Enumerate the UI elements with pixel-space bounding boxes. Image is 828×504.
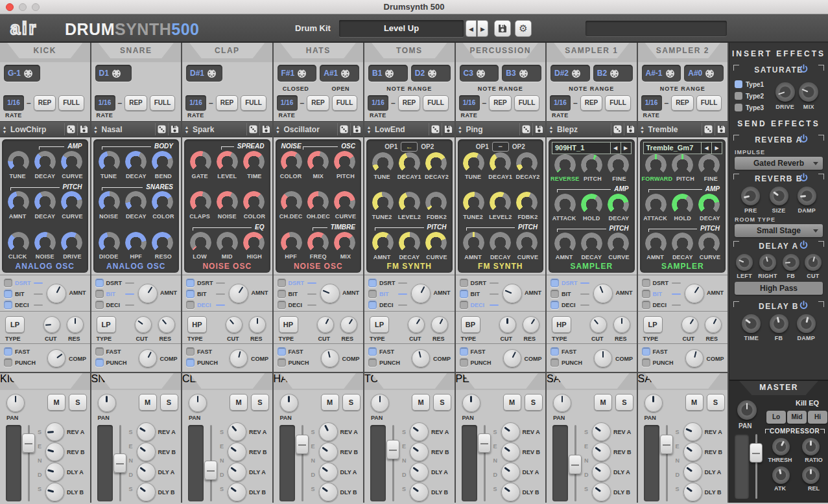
master-volume-fader[interactable]: [750, 443, 763, 463]
sample-next-button[interactable]: ▶: [711, 143, 722, 154]
amnt-knob[interactable]: [463, 232, 484, 253]
repeat-button[interactable]: REP: [489, 95, 512, 111]
type3-radio[interactable]: [735, 104, 742, 111]
op-route-button[interactable]: ←: [401, 142, 418, 152]
volume-fader[interactable]: [478, 433, 491, 453]
bit-checkbox[interactable]: [368, 290, 377, 298]
randomize-preset-button[interactable]: [611, 123, 624, 135]
resonance-knob[interactable]: [340, 316, 357, 333]
bit-checkbox[interactable]: [278, 290, 286, 298]
pre-knob[interactable]: [741, 187, 760, 205]
dsrt-checkbox[interactable]: [95, 279, 104, 287]
amnt-knob[interactable]: [8, 191, 29, 212]
amnt-knob[interactable]: [554, 233, 576, 254]
hpf-knob[interactable]: [281, 232, 302, 253]
chdec-knob[interactable]: [281, 191, 302, 212]
volume-fader[interactable]: [569, 455, 582, 474]
resonance-knob[interactable]: [523, 316, 539, 333]
note-assign-button[interactable]: A#0: [684, 65, 724, 82]
crush-amount-knob[interactable]: [47, 284, 66, 303]
spinner-down-icon[interactable]: ▼: [458, 130, 462, 134]
deci-checkbox[interactable]: [278, 301, 286, 309]
dly-b-send-knob[interactable]: [501, 483, 520, 501]
punch-checkbox[interactable]: [95, 358, 104, 367]
rate-value-display[interactable]: 1/16: [95, 95, 115, 111]
fast-checkbox[interactable]: [4, 347, 12, 356]
punch-checkbox[interactable]: [186, 358, 195, 367]
dly-a-send-knob[interactable]: [228, 463, 246, 481]
dly-a-send-knob[interactable]: [501, 463, 520, 481]
mute-button[interactable]: M: [321, 394, 339, 411]
rev-a-send-knob[interactable]: [410, 422, 429, 441]
level-knob[interactable]: [217, 151, 238, 172]
spinner-down-icon[interactable]: ▼: [3, 130, 7, 134]
resonance-knob[interactable]: [67, 316, 84, 333]
dly-b-send-knob[interactable]: [319, 483, 338, 501]
attack-knob[interactable]: [554, 194, 576, 215]
crush-amount-knob[interactable]: [411, 284, 431, 303]
dly-a-send-knob[interactable]: [45, 463, 64, 481]
tune-knob[interactable]: [372, 152, 394, 174]
dly-a-send-knob[interactable]: [137, 463, 156, 481]
decay-knob[interactable]: [490, 232, 511, 253]
rev-b-send-knob[interactable]: [319, 442, 338, 461]
rate-value-display[interactable]: 1/16: [277, 95, 298, 111]
deci-checkbox[interactable]: [460, 301, 468, 309]
punch-checkbox[interactable]: [460, 358, 468, 367]
deci-checkbox[interactable]: [4, 301, 12, 309]
power-icon[interactable]: [799, 301, 809, 310]
size-knob[interactable]: [770, 187, 788, 205]
dly-b-send-knob[interactable]: [228, 483, 246, 501]
rev-a-send-knob[interactable]: [137, 422, 156, 441]
op-route-button[interactable]: −: [492, 142, 509, 152]
dly-b-send-knob[interactable]: [683, 483, 702, 501]
rev-a-send-knob[interactable]: [592, 422, 611, 441]
dly-b-send-knob[interactable]: [45, 483, 64, 501]
comp-knob[interactable]: [685, 349, 704, 367]
spinner-up-icon[interactable]: ▲: [185, 125, 189, 130]
deci-checkbox[interactable]: [550, 301, 559, 309]
master-thresh-knob[interactable]: [772, 438, 790, 455]
tune-knob[interactable]: [99, 151, 120, 172]
time-knob[interactable]: [243, 151, 265, 172]
decay-knob[interactable]: [581, 233, 602, 254]
dly-a-send-knob[interactable]: [410, 463, 429, 481]
repeat-button[interactable]: REP: [34, 95, 56, 111]
comp-knob[interactable]: [594, 349, 612, 367]
bit-checkbox[interactable]: [460, 290, 468, 298]
spinner-down-icon[interactable]: ▼: [640, 130, 645, 134]
note-assign-button[interactable]: D1: [95, 65, 132, 82]
cutoff-knob[interactable]: [681, 316, 698, 333]
curve-knob[interactable]: [61, 151, 82, 172]
volume-fader[interactable]: [660, 435, 673, 454]
crush-amount-knob[interactable]: [229, 284, 248, 303]
cutoff-knob[interactable]: [317, 316, 334, 333]
rev-b-send-knob[interactable]: [410, 442, 429, 461]
kill-eq-lo-button[interactable]: Lo: [766, 411, 786, 424]
deci-checkbox[interactable]: [186, 301, 195, 309]
curve-knob[interactable]: [61, 191, 82, 212]
crush-amount-knob[interactable]: [593, 284, 613, 303]
solo-button[interactable]: S: [433, 394, 451, 411]
save-kit-button[interactable]: [494, 20, 511, 37]
fast-checkbox[interactable]: [186, 347, 195, 356]
crush-amount-knob[interactable]: [503, 284, 522, 303]
decay-knob[interactable]: [399, 232, 420, 253]
note-assign-button[interactable]: G-1: [4, 65, 40, 82]
randomize-preset-button[interactable]: [155, 123, 168, 135]
fb-knob[interactable]: [783, 254, 799, 271]
volume-fader[interactable]: [113, 453, 126, 473]
crush-amount-knob[interactable]: [320, 284, 340, 303]
solo-button[interactable]: S: [342, 394, 361, 411]
spinner-down-icon[interactable]: ▼: [549, 130, 554, 134]
volume-fader[interactable]: [204, 461, 217, 480]
solo-button[interactable]: S: [69, 394, 87, 411]
volume-fader[interactable]: [386, 440, 399, 459]
decay1-knob[interactable]: [399, 152, 420, 174]
punch-checkbox[interactable]: [642, 358, 650, 367]
fdbk2-knob[interactable]: [425, 192, 447, 213]
sample-selector[interactable]: 909HT_1◀▶: [552, 142, 632, 154]
full-button[interactable]: FULL: [241, 95, 266, 111]
cutoff-knob[interactable]: [226, 316, 242, 333]
low-knob[interactable]: [190, 232, 211, 253]
